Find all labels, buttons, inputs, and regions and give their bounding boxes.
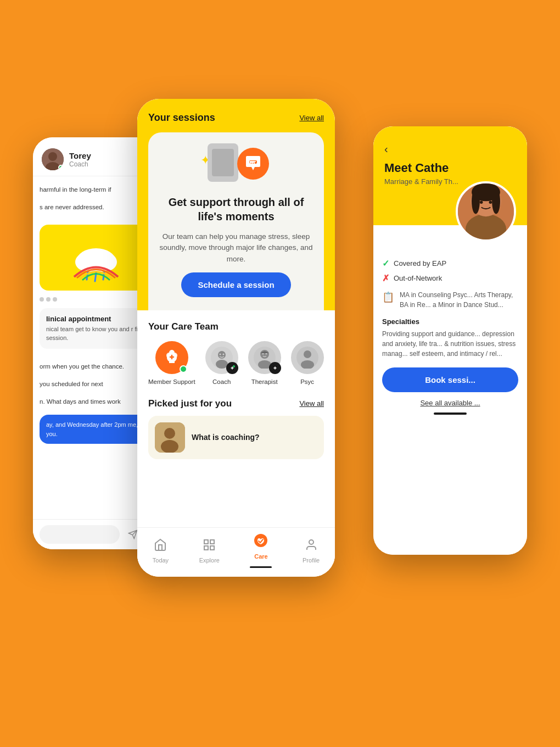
therapist-photo xyxy=(456,181,516,242)
coverage-eap-label: Covered by EAP xyxy=(394,259,446,267)
sessions-header: Your sessions View all xyxy=(148,112,324,124)
back-button[interactable]: ‹ xyxy=(384,143,516,155)
picked-thumbnail xyxy=(155,422,185,453)
explore-icon xyxy=(203,538,216,555)
svg-point-51 xyxy=(489,200,492,204)
chat-bubble-icon: m xyxy=(237,148,269,180)
care-team-title: Your Care Team xyxy=(148,321,324,332)
coach-add-badge xyxy=(226,362,238,374)
svg-point-49 xyxy=(492,188,500,214)
promo-title: Get support through all of life's moment… xyxy=(159,195,313,224)
bottom-handle xyxy=(434,412,467,415)
education-row: 📋 MA in Counseling Psyc... Arts Therapy,… xyxy=(382,290,518,310)
svg-rect-41 xyxy=(204,546,208,550)
svg-rect-38 xyxy=(204,540,208,544)
tablet-icon xyxy=(208,143,238,182)
care-nav-indicator xyxy=(250,566,272,568)
nav-care[interactable]: Care xyxy=(250,533,272,568)
care-team-list: Member Support xyxy=(148,341,324,387)
svg-point-25 xyxy=(233,365,235,367)
therapist-details: ✓ Covered by EAP ✗ Out-of-Network 📋 MA i… xyxy=(373,247,527,555)
schedule-session-button[interactable]: Schedule a session xyxy=(181,272,290,297)
promo-description: Our team can help you manage stress, sle… xyxy=(159,231,313,265)
member-support-avatar xyxy=(155,341,188,374)
bottom-navigation: Today Explore xyxy=(137,527,335,577)
svg-point-37 xyxy=(161,440,178,453)
svg-point-36 xyxy=(164,428,175,439)
member-support-label: Member Support xyxy=(148,378,195,385)
coach-name: Torey xyxy=(69,151,91,160)
care-icon xyxy=(254,533,268,551)
nav-profile[interactable]: Profile xyxy=(303,538,320,564)
right-top-area: ‹ Meet Cathe Marriage & Family Th... xyxy=(373,126,527,225)
specialties-text: Providing support and guidance... depres… xyxy=(382,329,518,359)
sessions-header-area: Your sessions View all ✦ xyxy=(137,99,335,310)
coverage-out-of-network: ✗ Out-of-Network xyxy=(382,273,518,283)
profile-icon xyxy=(305,538,318,555)
avatar xyxy=(42,148,64,170)
picked-coaching-card[interactable]: What is coaching? xyxy=(148,416,324,459)
center-scrollable: Your Care Team xyxy=(137,310,335,527)
picked-item-title: What is coaching? xyxy=(192,433,260,442)
psyc-care-avatar xyxy=(291,341,324,374)
svg-rect-40 xyxy=(210,546,214,550)
session-illustration: ✦ m xyxy=(203,143,269,187)
svg-point-22 xyxy=(219,353,221,355)
today-icon xyxy=(154,538,167,555)
svg-point-50 xyxy=(480,200,483,204)
today-label: Today xyxy=(153,557,169,564)
online-indicator xyxy=(58,165,64,170)
message-input[interactable] xyxy=(40,525,120,544)
coach-care-avatar xyxy=(205,341,238,374)
care-coach[interactable]: Coach xyxy=(205,341,238,385)
svg-point-43 xyxy=(309,540,313,544)
see-all-available[interactable]: See all available ... xyxy=(382,399,518,407)
picked-view-all[interactable]: View all xyxy=(299,399,324,408)
coverage-oon-label: Out-of-Network xyxy=(394,274,442,282)
specialties-section: Specialties Providing support and guidan… xyxy=(382,317,518,359)
care-label: Care xyxy=(254,553,267,560)
profile-label: Profile xyxy=(303,557,320,564)
x-icon: ✗ xyxy=(382,273,389,283)
session-promo-card: ✦ m xyxy=(148,132,324,310)
specialties-title: Specialties xyxy=(382,317,518,326)
check-icon: ✓ xyxy=(382,258,389,269)
coach-label: Coach xyxy=(212,378,231,385)
picked-title: Picked just for you xyxy=(148,398,232,409)
therapist-care-avatar xyxy=(248,341,281,374)
right-phone: ‹ Meet Cathe Marriage & Family Th... xyxy=(373,126,527,555)
svg-point-33 xyxy=(304,350,311,358)
book-session-button[interactable]: Book sessi... xyxy=(382,367,518,392)
care-psyc[interactable]: Psyc xyxy=(291,341,324,385)
svg-point-48 xyxy=(472,188,480,214)
sessions-view-all[interactable]: View all xyxy=(299,114,324,122)
nav-today[interactable]: Today xyxy=(153,538,169,564)
svg-rect-39 xyxy=(210,540,214,544)
education-icon: 📋 xyxy=(382,290,394,310)
svg-point-27 xyxy=(260,350,269,359)
sessions-title: Your sessions xyxy=(148,112,215,124)
meet-title: Meet Cathe xyxy=(384,161,516,175)
center-phone: Your sessions View all ✦ xyxy=(137,99,335,577)
svg-text:m: m xyxy=(249,159,255,166)
care-therapist[interactable]: Therapist xyxy=(248,341,281,385)
coverage-eap: ✓ Covered by EAP xyxy=(382,258,518,269)
picked-header: Picked just for you View all xyxy=(148,398,324,409)
svg-point-23 xyxy=(222,353,224,355)
psyc-label: Psyc xyxy=(300,378,314,385)
svg-point-1 xyxy=(48,152,57,161)
nav-explore[interactable]: Explore xyxy=(199,538,220,564)
therapist-add-badge xyxy=(269,362,281,374)
education-text: MA in Counseling Psyc... Arts Therapy, B… xyxy=(400,290,518,310)
coach-role: Coach xyxy=(69,160,91,168)
care-member-support[interactable]: Member Support xyxy=(148,341,195,385)
therapist-label: Therapist xyxy=(251,378,278,385)
member-support-online xyxy=(180,365,187,373)
explore-label: Explore xyxy=(199,557,220,564)
